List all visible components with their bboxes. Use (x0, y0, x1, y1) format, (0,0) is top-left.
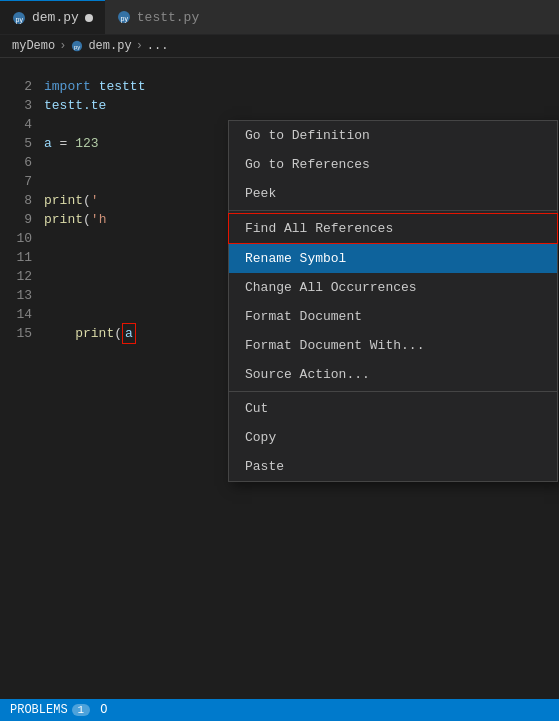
dem-py-icon: py (12, 11, 26, 25)
menu-copy-label: Copy (245, 430, 276, 445)
menu-change-all-occurrences[interactable]: Change All Occurrences (229, 273, 557, 302)
menu-go-to-references[interactable]: Go to References (229, 150, 557, 179)
breadcrumb-icon: py (70, 39, 84, 53)
tab-testt-py[interactable]: py testt.py (105, 0, 211, 34)
status-problems[interactable]: PROBLEMS 1 (10, 703, 90, 717)
menu-go-to-definition[interactable]: Go to Definition (229, 121, 557, 150)
menu-find-all-references[interactable]: Find All References (229, 214, 557, 243)
tab-dem-label: dem.py (32, 10, 79, 25)
svg-text:py: py (16, 15, 24, 23)
menu-rename-symbol-label: Rename Symbol (245, 251, 346, 266)
code-line-3: testt.te (44, 96, 559, 115)
tab-bar: py dem.py py testt.py (0, 0, 559, 35)
status-bar: PROBLEMS 1 O (0, 699, 559, 721)
menu-change-all-occurrences-label: Change All Occurrences (245, 280, 417, 295)
tab-testt-label: testt.py (137, 10, 199, 25)
tab-dem-modified (85, 14, 93, 22)
menu-source-action-label: Source Action... (245, 367, 370, 382)
menu-cut[interactable]: Cut (229, 394, 557, 423)
svg-text:py: py (120, 15, 128, 23)
context-menu: Go to Definition Go to References Peek F… (228, 120, 558, 482)
line-numbers: 2 3 4 5 6 7 8 9 10 11 12 13 14 15 (0, 58, 40, 688)
status-output[interactable]: O (100, 703, 107, 717)
breadcrumb-file[interactable]: dem.py (88, 39, 131, 53)
breadcrumb-symbol[interactable]: ... (147, 39, 169, 53)
menu-peek[interactable]: Peek (229, 179, 557, 208)
code-line-2: import testtt (44, 77, 559, 96)
menu-paste-label: Paste (245, 459, 284, 474)
menu-cut-label: Cut (245, 401, 268, 416)
breadcrumb-sep-2: › (136, 39, 143, 53)
menu-source-action[interactable]: Source Action... (229, 360, 557, 389)
menu-format-document[interactable]: Format Document (229, 302, 557, 331)
breadcrumb-root[interactable]: myDemo (12, 39, 55, 53)
status-problems-label: PROBLEMS (10, 703, 68, 717)
svg-text:py: py (74, 44, 80, 50)
testt-py-icon: py (117, 10, 131, 24)
menu-paste[interactable]: Paste (229, 452, 557, 481)
menu-copy[interactable]: Copy (229, 423, 557, 452)
menu-divider-2 (229, 391, 557, 392)
tab-dem-py[interactable]: py dem.py (0, 0, 105, 34)
menu-go-to-definition-label: Go to Definition (245, 128, 370, 143)
menu-go-to-references-label: Go to References (245, 157, 370, 172)
menu-format-document-with[interactable]: Format Document With... (229, 331, 557, 360)
menu-find-all-references-label: Find All References (245, 221, 393, 236)
breadcrumb: myDemo › py dem.py › ... (0, 35, 559, 58)
menu-format-document-label: Format Document (245, 309, 362, 324)
find-all-refs-highlight: Find All References (228, 213, 558, 244)
menu-format-document-with-label: Format Document With... (245, 338, 424, 353)
menu-divider-1 (229, 210, 557, 211)
menu-rename-symbol[interactable]: Rename Symbol (229, 244, 557, 273)
status-output-label: O (100, 703, 107, 717)
menu-peek-label: Peek (245, 186, 276, 201)
breadcrumb-sep-1: › (59, 39, 66, 53)
code-line-1 (44, 58, 559, 77)
status-problems-count: 1 (72, 704, 91, 716)
